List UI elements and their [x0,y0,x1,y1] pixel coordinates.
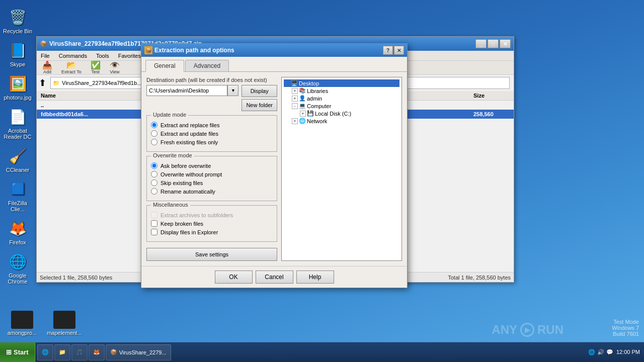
radio-overwrite-prompt-input[interactable] [151,171,157,177]
tree-item-desktop[interactable]: 🖥️ Desktop [284,79,399,87]
desktop: 🗑️ Recycle Bin 📘 Skype 🖼️ photoru.jpg 📄 … [0,0,644,362]
mapelement-label: mapelement... [47,330,82,336]
desktop-icon-chrome[interactable]: 🌐 Google Chrome [0,249,35,287]
back-button[interactable]: ⬆ [39,77,46,88]
cancel-button[interactable]: Cancel [256,270,293,284]
tree-item-local-disk[interactable]: + 💾 Local Disk (C:) [284,110,399,117]
radio-fresh-existing[interactable]: Fresh existing files only [151,139,273,145]
desktop-icon-filezilla[interactable]: 🟦 FileZilla Clie... [0,177,35,214]
tree-item-computer[interactable]: - 💻 Computer [284,102,399,110]
taskbar-items: 🌐 📁 🎵 🦊 📦 VirusShare_2279... [35,342,584,362]
desktop-icon-mapelement[interactable]: mapelement... [44,309,85,338]
taskbar-item-explorer[interactable]: 📁 [54,344,70,360]
taskbar: ⊞ Start 🌐 📁 🎵 🦊 📦 VirusShare_2279... [0,342,644,362]
menu-favorites[interactable]: Favorites [116,52,143,60]
test-mode-info: Test Mode Windows 7 Build 7601 [612,319,639,337]
dialog-help-button[interactable]: ? [383,46,393,55]
radio-extract-replace[interactable]: Extract and replace files [151,122,273,128]
view-icon: 👁️ [110,61,120,69]
folder-tree[interactable]: 🖥️ Desktop + 📚 Libraries + 👤 admin [281,77,402,261]
check-display-explorer-input[interactable] [151,229,157,235]
dialog-close-button[interactable]: ✕ [394,46,404,55]
tree-item-network[interactable]: + 🌐 Network [284,117,399,125]
toolbar-view-button[interactable]: 👁️ View [106,60,123,76]
expander-local-disk[interactable]: + [300,111,306,117]
winrar-restore-button[interactable]: □ [488,39,499,48]
desktop-icon-acrobat[interactable]: 📄 Acrobat Reader DC [0,105,35,142]
desktop-icon-photoru[interactable]: 🖼️ photoru.jpg [0,71,35,103]
chrome-icon: 🌐 [8,251,28,272]
radio-overwrite-prompt[interactable]: Overwrite without prompt [151,171,273,177]
ok-button[interactable]: OK [215,270,253,284]
expander-admin[interactable]: + [292,96,298,102]
radio-rename-auto[interactable]: Rename automatically [151,188,273,195]
winrar-minimize-button[interactable]: _ [475,39,487,48]
file-size-main: 258,560 [471,111,512,118]
destination-path-text: C:\Users\admin\Desktop [149,87,209,94]
menu-commands[interactable]: Commands [57,52,89,60]
menu-file[interactable]: File [39,52,52,60]
taskbar-item-media[interactable]: 🎵 [71,344,88,360]
chat-tray-icon: 💬 [606,349,613,355]
check-display-explorer[interactable]: Display files in Explorer [151,229,273,235]
new-folder-button[interactable]: New folder [242,99,277,111]
display-button[interactable]: Display [242,85,277,97]
ccleaner-icon: 🧹 [8,146,28,166]
expander-libraries[interactable]: + [292,88,298,94]
desktop-icon-skype[interactable]: 📘 Skype [0,38,35,69]
system-tray: 🌐 🔊 💬 [588,349,613,355]
expander-network[interactable]: + [292,118,298,124]
desktop-icon-recycle-bin[interactable]: 🗑️ Recycle Bin [0,5,35,36]
desktop-icon-ccleaner[interactable]: 🧹 CCleaner [0,144,35,175]
radio-extract-update[interactable]: Extract and update files [151,130,273,137]
tree-item-admin[interactable]: + 👤 admin [284,95,399,102]
taskbar-item-ie[interactable]: 🌐 [37,344,53,360]
skype-icon: 📘 [8,40,28,60]
filezilla-label: FileZilla Clie... [2,200,33,212]
speaker-tray-icon: 🔊 [597,349,604,355]
expander-computer[interactable]: - [292,103,298,109]
check-keep-broken[interactable]: Keep broken files [151,220,273,227]
radio-extract-replace-input[interactable] [151,122,157,128]
radio-extract-replace-label: Extract and replace files [160,122,219,128]
check-extract-subfolders-input [151,212,157,218]
radio-ask-before-input[interactable] [151,162,157,169]
help-button[interactable]: Help [296,270,334,284]
toolbar-test-label: Test [92,69,100,74]
tree-item-libraries[interactable]: + 📚 Libraries [284,87,399,95]
any-text: ANY [492,323,517,337]
radio-skip-existing-input[interactable] [151,179,157,186]
save-settings-button[interactable]: Save settings [146,248,277,261]
radio-ask-before[interactable]: Ask before overwrite [151,162,273,169]
radio-extract-update-input[interactable] [151,130,157,137]
check-extract-subfolders[interactable]: Extract archives to subfolders [151,212,273,218]
desktop-icon-amongpro[interactable]: amongpro... [2,309,42,338]
add-icon: 📥 [42,61,52,69]
col-size[interactable]: Size [471,92,512,99]
system-clock: 12:00 PM [616,348,640,355]
tab-advanced[interactable]: Advanced [185,60,229,71]
acrobat-label: Acrobat Reader DC [2,128,33,140]
radio-rename-auto-input[interactable] [151,188,157,195]
desktop-icon-firefox[interactable]: 🦊 Firefox [0,216,35,247]
folder-icon: 📁 [53,80,60,86]
run-text: RUN [537,323,564,337]
toolbar-add-button[interactable]: 📥 Add [39,60,56,76]
windows-logo-icon: ⊞ [6,348,12,356]
toolbar-extract-button[interactable]: 📂 Extract To [58,60,85,76]
taskbar-item-winrar[interactable]: 📦 VirusShare_2279... [106,344,171,360]
radio-skip-existing[interactable]: Skip existing files [151,179,273,186]
start-button[interactable]: ⊞ Start [0,342,35,362]
check-keep-broken-input[interactable] [151,220,157,227]
toolbar-test-button[interactable]: ✅ Test [87,60,104,76]
winrar-close-button[interactable]: ✕ [500,39,511,48]
tab-general[interactable]: General [145,60,184,72]
toolbar-extract-label: Extract To [61,69,82,74]
menu-tools[interactable]: Tools [94,52,111,60]
radio-fresh-existing-input[interactable] [151,139,157,145]
destination-input[interactable]: C:\Users\admin\Desktop [146,85,227,96]
tree-label-computer: Computer [307,103,331,109]
breadcrumb-text: VirusShare_227934ea7f9ed1b... [62,80,141,86]
destination-dropdown-button[interactable]: ▼ [227,85,238,96]
taskbar-item-firefox[interactable]: 🦊 [89,344,105,360]
